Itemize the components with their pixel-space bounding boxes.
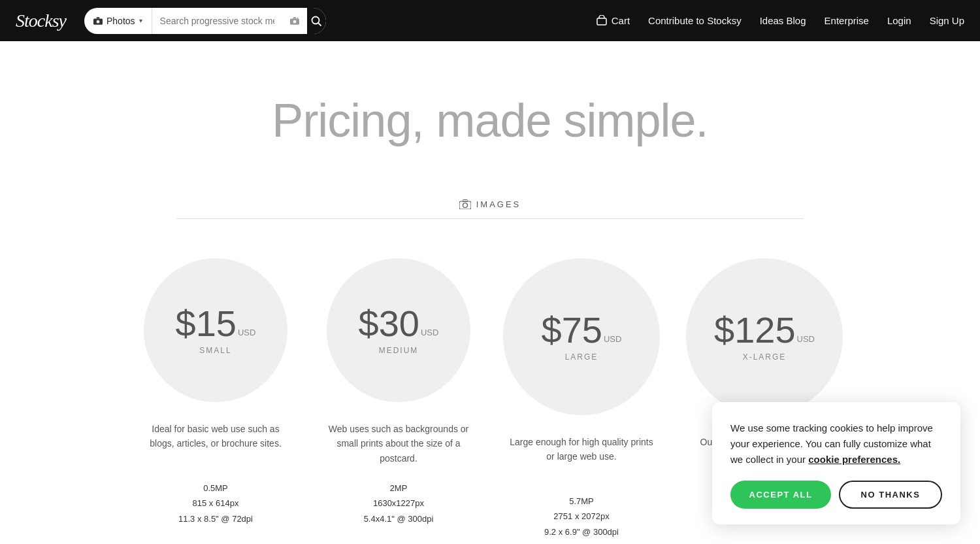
price-description-medium: Web uses such as backgrounds or small pr… bbox=[320, 422, 477, 468]
svg-rect-2 bbox=[97, 17, 100, 18]
price-mp-medium: 2MP bbox=[364, 481, 434, 496]
price-specs-medium: 2MP 1630x1227px 5.4x4.1" @ 300dpi bbox=[364, 481, 434, 526]
price-dimensions-large: 2751 x 2072px bbox=[544, 509, 619, 524]
price-size-small: SMALL bbox=[199, 346, 231, 355]
ideas-blog-link[interactable]: Ideas Blog bbox=[760, 15, 806, 26]
search-type-label: Photos bbox=[106, 16, 135, 26]
price-circle-medium: $30USD MEDIUM bbox=[327, 258, 470, 402]
section-camera-icon bbox=[459, 199, 471, 209]
no-thanks-button[interactable]: NO THANKS bbox=[839, 481, 942, 509]
cookie-text: We use some tracking cookies to help imp… bbox=[730, 420, 942, 468]
nav-links: Cart Contribute to Stocksy Ideas Blog En… bbox=[596, 15, 964, 27]
svg-point-1 bbox=[96, 20, 99, 23]
price-currency-small: USD bbox=[238, 328, 255, 337]
contribute-link[interactable]: Contribute to Stocksy bbox=[648, 15, 742, 26]
search-bar: Photos ▾ + bbox=[84, 8, 326, 34]
price-value-large: $75 bbox=[542, 312, 602, 348]
pricing-card-large: $75USD LARGE Large enough for high quali… bbox=[490, 245, 673, 539]
price-description-large: Large enough for high quality prints or … bbox=[503, 435, 660, 481]
hero-section: Pricing, made simple. bbox=[0, 41, 980, 186]
svg-point-4 bbox=[293, 20, 296, 23]
camera-upload-icon-button[interactable]: + bbox=[282, 17, 307, 25]
cart-link[interactable]: Cart bbox=[596, 15, 630, 27]
cart-icon bbox=[596, 15, 608, 27]
section-divider bbox=[176, 218, 804, 219]
logo[interactable]: Stocksy bbox=[16, 10, 66, 31]
price-amount-large: $75USD bbox=[542, 312, 622, 348]
price-circle-xlarge: $125USD X-LARGE bbox=[686, 258, 843, 415]
price-size-medium: MEDIUM bbox=[379, 346, 419, 355]
price-dimensions-medium: 1630x1227px bbox=[364, 496, 434, 511]
price-mp-small: 0.5MP bbox=[178, 481, 253, 496]
cookie-buttons: ACCEPT ALL NO THANKS bbox=[730, 481, 942, 509]
pricing-card-small: $15USD SMALL Ideal for basic web use suc… bbox=[124, 245, 307, 539]
price-description-small: Ideal for basic web use such as blogs, a… bbox=[137, 422, 294, 468]
price-dpi-large: 9.2 x 6.9" @ 300dpi bbox=[544, 524, 619, 539]
cookie-preferences-link[interactable]: cookie preferences. bbox=[808, 454, 900, 465]
camera-icon bbox=[93, 17, 103, 25]
price-value-small: $15 bbox=[176, 305, 237, 342]
price-currency-medium: USD bbox=[421, 328, 438, 337]
svg-rect-5 bbox=[293, 17, 296, 18]
section-header: IMAGES bbox=[0, 199, 980, 219]
svg-text:+: + bbox=[297, 17, 299, 20]
search-type-button[interactable]: Photos ▾ bbox=[84, 8, 152, 34]
camera-upload-icon: + bbox=[290, 17, 299, 25]
navbar: Stocksy Photos ▾ + bbox=[0, 0, 980, 41]
search-input[interactable] bbox=[152, 16, 282, 26]
price-currency-xlarge: USD bbox=[797, 335, 815, 343]
price-specs-large: 5.7MP 2751 x 2072px 9.2 x 6.9" @ 300dpi bbox=[544, 494, 619, 539]
price-dpi-small: 11.3 x 8.5" @ 72dpi bbox=[178, 511, 253, 526]
svg-rect-12 bbox=[463, 200, 467, 202]
section-images-label: IMAGES bbox=[476, 199, 521, 209]
price-mp-large: 5.7MP bbox=[544, 494, 619, 509]
price-specs-small: 0.5MP 815 x 614px 11.3 x 8.5" @ 72dpi bbox=[178, 481, 253, 526]
price-amount-xlarge: $125USD bbox=[714, 312, 815, 348]
cart-label: Cart bbox=[612, 15, 630, 26]
pricing-card-medium: $30USD MEDIUM Web uses such as backgroun… bbox=[307, 245, 490, 539]
accept-all-button[interactable]: ACCEPT ALL bbox=[730, 481, 831, 509]
svg-point-11 bbox=[463, 203, 467, 208]
price-value-medium: $30 bbox=[359, 305, 419, 342]
price-circle-large: $75USD LARGE bbox=[503, 258, 660, 415]
section-label: IMAGES bbox=[459, 199, 521, 209]
price-amount-small: $15USD bbox=[176, 305, 256, 342]
svg-line-8 bbox=[318, 23, 321, 26]
login-link[interactable]: Login bbox=[887, 15, 911, 26]
hero-title: Pricing, made simple. bbox=[13, 94, 967, 147]
signup-link[interactable]: Sign Up bbox=[930, 15, 964, 26]
svg-rect-9 bbox=[597, 18, 606, 25]
enterprise-link[interactable]: Enterprise bbox=[825, 15, 869, 26]
price-size-large: LARGE bbox=[565, 352, 598, 362]
cookie-banner: We use some tracking cookies to help imp… bbox=[712, 402, 960, 524]
price-size-xlarge: X-LARGE bbox=[743, 352, 787, 362]
price-currency-large: USD bbox=[604, 335, 621, 343]
search-submit-button[interactable] bbox=[307, 8, 326, 34]
svg-rect-10 bbox=[459, 201, 471, 209]
chevron-down-icon: ▾ bbox=[139, 17, 142, 24]
price-dpi-medium: 5.4x4.1" @ 300dpi bbox=[364, 511, 434, 526]
search-icon bbox=[311, 16, 321, 26]
price-amount-medium: $30USD bbox=[359, 305, 439, 342]
price-value-xlarge: $125 bbox=[714, 312, 796, 348]
price-circle-small: $15USD SMALL bbox=[144, 258, 287, 402]
price-dimensions-small: 815 x 614px bbox=[178, 496, 253, 511]
